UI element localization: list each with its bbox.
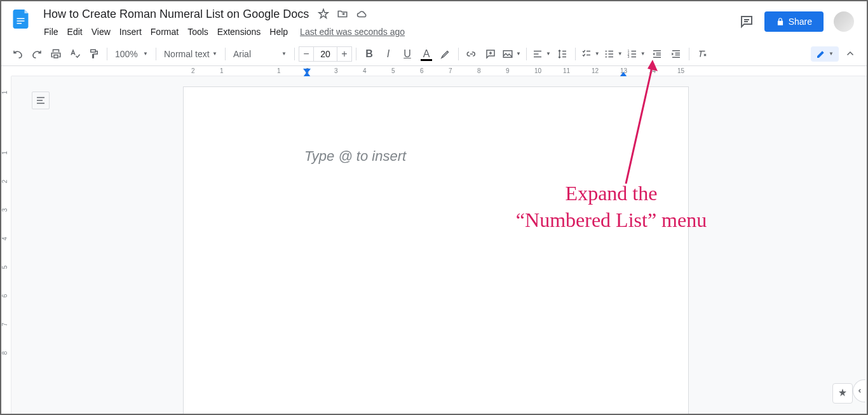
- workspace: 112345678 Type @ to insert: [1, 76, 867, 414]
- paragraph-style-dropdown[interactable]: Normal text▼: [160, 45, 221, 63]
- move-icon[interactable]: [337, 8, 348, 20]
- ruler-tick-label: 1: [1, 91, 8, 95]
- chevron-down-icon: ▼: [829, 51, 834, 57]
- explore-button[interactable]: [832, 383, 853, 404]
- separator: [575, 48, 576, 60]
- font-size-increase[interactable]: +: [337, 46, 352, 62]
- ruler-tick-label: 8: [477, 67, 481, 74]
- ruler-tick-label: 8: [1, 351, 8, 355]
- separator: [107, 48, 107, 60]
- star-icon[interactable]: [318, 8, 329, 20]
- menu-extensions[interactable]: Extensions: [213, 24, 265, 39]
- cloud-icon[interactable]: [356, 8, 369, 20]
- ruler-tick-label: 1: [220, 67, 224, 74]
- align-button[interactable]: ▼: [531, 45, 552, 63]
- numbered-list-button[interactable]: 123▼: [625, 45, 647, 63]
- comment-history-icon[interactable]: [739, 14, 754, 29]
- menu-view[interactable]: View: [87, 24, 115, 39]
- separator: [458, 48, 459, 60]
- paint-format-button[interactable]: [85, 45, 103, 63]
- checklist-button[interactable]: ▼: [580, 45, 601, 63]
- ruler-tick-label: 4: [363, 67, 367, 74]
- ruler-tick-label: 9: [506, 67, 510, 74]
- svg-rect-2: [17, 23, 22, 24]
- underline-button[interactable]: U: [398, 45, 416, 63]
- ruler-tick-label: 14: [649, 67, 656, 74]
- menu-file[interactable]: File: [39, 24, 63, 39]
- user-avatar[interactable]: [834, 11, 854, 32]
- link-button[interactable]: [463, 45, 480, 63]
- svg-point-9: [605, 50, 606, 51]
- ruler-tick-label: 4: [1, 237, 8, 241]
- ruler-tick-label: 12: [592, 67, 599, 74]
- ruler-tick-label: 7: [1, 323, 8, 327]
- italic-button[interactable]: I: [379, 45, 397, 63]
- print-button[interactable]: [47, 45, 65, 63]
- header: How to Create Roman Numeral List on Goog…: [1, 1, 867, 42]
- font-value: Arial: [233, 49, 251, 59]
- font-size-control: − +: [299, 46, 352, 62]
- increase-indent-button[interactable]: [667, 45, 685, 63]
- decrease-indent-button[interactable]: [648, 45, 666, 63]
- share-label: Share: [789, 17, 812, 27]
- font-size-input[interactable]: [314, 46, 337, 62]
- share-button[interactable]: Share: [764, 11, 824, 32]
- menu-tools[interactable]: Tools: [183, 24, 213, 39]
- chevron-down-icon: ▼: [281, 51, 287, 57]
- title-area: How to Create Roman Numeral List on Goog…: [39, 6, 739, 41]
- separator: [225, 48, 226, 60]
- comment-button[interactable]: [482, 45, 499, 63]
- menu-format[interactable]: Format: [146, 24, 183, 39]
- last-edit-link[interactable]: Last edit was seconds ago: [300, 27, 405, 37]
- placeholder-text: Type @ to insert: [304, 148, 406, 164]
- ruler-tick-label: 7: [449, 67, 452, 74]
- separator: [526, 48, 527, 60]
- chevron-down-icon: ▼: [143, 51, 148, 57]
- spellcheck-button[interactable]: [66, 45, 84, 63]
- menu-edit[interactable]: Edit: [63, 24, 87, 39]
- clear-format-button[interactable]: [693, 45, 711, 63]
- line-spacing-button[interactable]: [553, 45, 571, 63]
- ruler-tick-label: 15: [677, 67, 684, 74]
- ruler-tick-label: 10: [534, 67, 541, 74]
- separator: [689, 48, 689, 60]
- menu-insert[interactable]: Insert: [115, 24, 146, 39]
- editing-mode-button[interactable]: ▼: [811, 46, 839, 62]
- chevron-down-icon: ▼: [516, 51, 521, 57]
- ruler-tick-label: 5: [391, 67, 395, 74]
- bulleted-list-button[interactable]: ▼: [602, 45, 624, 63]
- document-canvas[interactable]: Type @ to insert: [11, 76, 867, 414]
- ruler-tick-label: 5: [1, 266, 8, 269]
- chevron-down-icon: ▼: [618, 51, 623, 57]
- svg-point-10: [605, 53, 606, 54]
- text-color-button[interactable]: A: [417, 45, 435, 63]
- horizontal-ruler[interactable]: 21123456789101112131415: [11, 66, 867, 76]
- vertical-ruler[interactable]: 112345678: [1, 76, 11, 414]
- ruler-tick-label: 1: [277, 67, 281, 74]
- redo-button[interactable]: [28, 45, 46, 63]
- document-page[interactable]: Type @ to insert: [183, 86, 689, 414]
- separator: [156, 48, 156, 60]
- chevron-down-icon: ▼: [595, 51, 600, 57]
- svg-text:3: 3: [627, 55, 629, 58]
- font-size-decrease[interactable]: −: [299, 46, 314, 62]
- chevron-down-icon: ▼: [546, 51, 551, 57]
- ruler-tick-label: 2: [1, 180, 8, 184]
- outline-toggle-icon[interactable]: [32, 92, 50, 109]
- menu-bar: File Edit View Insert Format Tools Exten…: [39, 23, 739, 41]
- separator: [356, 48, 356, 60]
- undo-button[interactable]: [9, 45, 27, 63]
- zoom-value: 100%: [115, 49, 138, 59]
- image-button[interactable]: ▼: [501, 45, 522, 63]
- highlight-button[interactable]: [437, 45, 454, 63]
- docs-logo[interactable]: [9, 6, 34, 32]
- menu-help[interactable]: Help: [265, 24, 292, 39]
- collapse-toolbar-button[interactable]: [841, 45, 859, 63]
- zoom-dropdown[interactable]: 100%▼: [111, 45, 152, 63]
- toolbar: 100%▼ Normal text▼ Arial▼ − + B I U A ▼ …: [1, 42, 867, 66]
- ruler-tick-label: 6: [1, 294, 8, 298]
- document-title[interactable]: How to Create Roman Numeral List on Goog…: [39, 6, 313, 22]
- font-dropdown[interactable]: Arial▼: [229, 45, 290, 63]
- separator: [294, 48, 295, 60]
- bold-button[interactable]: B: [360, 45, 378, 63]
